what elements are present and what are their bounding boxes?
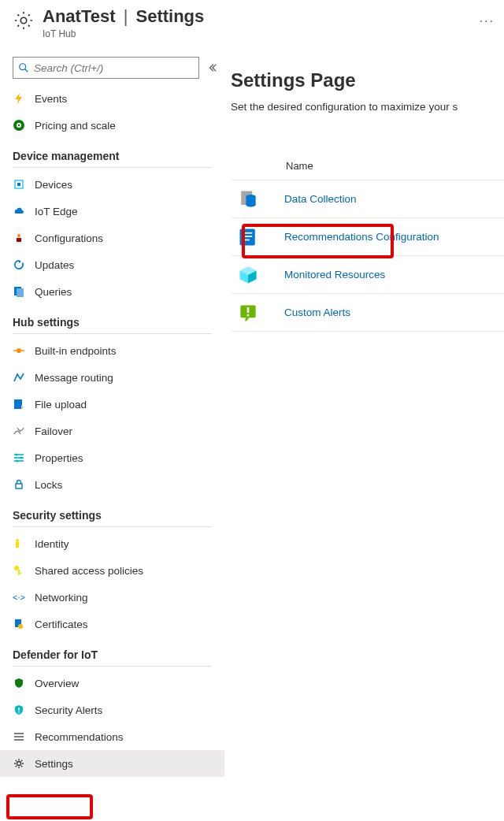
sidebar-item-certificates[interactable]: Certificates	[0, 611, 224, 637]
config-icon	[13, 232, 25, 244]
data-collection-icon	[237, 188, 259, 210]
svg-rect-11	[17, 288, 24, 297]
svg-rect-51	[247, 307, 250, 313]
sidebar-item-message-routing[interactable]: Message routing	[0, 364, 224, 391]
main-title: Settings Page	[231, 69, 504, 91]
svg-point-20	[15, 453, 17, 455]
svg-rect-9	[17, 238, 21, 242]
divider	[13, 167, 212, 168]
monitored-icon	[237, 264, 259, 286]
sidebar-item-label: Message routing	[35, 372, 212, 384]
sidebar-item-failover[interactable]: Failover	[0, 418, 224, 444]
collapse-sidebar-button[interactable]	[207, 62, 218, 73]
sidebar-item-file-upload[interactable]: File upload	[0, 391, 224, 418]
sidebar-item-security-alerts[interactable]: Security Alerts	[0, 697, 224, 723]
bolt-icon	[13, 92, 25, 105]
sidebar-item-label: Settings	[35, 758, 212, 770]
shield-icon	[13, 677, 25, 689]
recs-config-icon	[237, 226, 259, 248]
svg-point-1	[20, 64, 26, 70]
sidebar-item-label: Locks	[35, 479, 212, 491]
sidebar-item-configurations[interactable]: Configurations	[0, 225, 224, 251]
identity-icon	[13, 537, 25, 550]
settings-row-label: Custom Alerts	[284, 306, 350, 318]
sidebar-item-label: Identity	[35, 538, 212, 550]
gear-icon	[13, 757, 25, 770]
sidebar-item-queries[interactable]: Queries	[0, 278, 224, 305]
sidebar-item-recommendations[interactable]: Recommendations	[0, 723, 224, 750]
sidebar-item-devices[interactable]: Devices	[0, 171, 224, 198]
svg-point-12	[17, 348, 21, 353]
queries-icon	[13, 285, 25, 298]
sidebar-item-identity[interactable]: Identity	[0, 530, 224, 557]
divider	[13, 333, 212, 334]
settings-row-label: Data Collection	[284, 193, 357, 205]
svg-rect-25	[16, 542, 19, 548]
failover-icon	[13, 425, 25, 437]
svg-rect-23	[16, 484, 22, 489]
search-input[interactable]	[34, 62, 194, 74]
sidebar-item-label: File upload	[35, 399, 212, 410]
svg-rect-52	[247, 314, 250, 316]
settings-row-data-collection[interactable]: Data Collection	[231, 180, 504, 218]
sidebar-section-security-settings: Security settings	[0, 498, 224, 526]
sidebar-item-label: Overview	[35, 678, 212, 689]
upload-icon	[13, 398, 25, 410]
sidebar-section-device-management: Device management	[0, 139, 224, 167]
sidebar-item-updates[interactable]: Updates	[0, 251, 224, 278]
sidebar-item-settings[interactable]: Settings	[0, 750, 224, 777]
routing-icon	[13, 371, 25, 384]
svg-point-22	[16, 459, 18, 462]
sidebar-item-pricing-and-scale[interactable]: Pricing and scale	[0, 112, 224, 139]
properties-icon	[13, 451, 25, 464]
cert-icon	[13, 618, 25, 630]
sidebar-item-label: Built-in endpoints	[35, 345, 212, 357]
svg-line-2	[25, 69, 28, 72]
sidebar-item-locks[interactable]: Locks	[0, 471, 224, 498]
settings-row-monitored-resources[interactable]: Monitored Resources	[231, 256, 504, 294]
sidebar-item-label: Failover	[35, 425, 212, 437]
header-titles: AnatTest | Settings IoT Hub	[43, 6, 464, 39]
sidebar-item-label: Properties	[35, 452, 212, 464]
sidebar-section-hub-settings: Hub settings	[0, 305, 224, 333]
settings-row-recommendations-configuration[interactable]: Recommendations Configuration	[231, 218, 504, 256]
sidebar-item-shared-access-policies[interactable]: Shared access policies	[0, 557, 224, 584]
search-row	[0, 47, 224, 85]
page-name: Settings	[135, 6, 204, 26]
svg-point-24	[16, 539, 19, 542]
sidebar-item-networking[interactable]: <·>Networking	[0, 584, 224, 611]
settings-row-label: Monitored Resources	[284, 269, 385, 280]
resource-name: AnatTest	[43, 6, 116, 26]
sidebar-item-label: Pricing and scale	[35, 120, 212, 132]
sidebar-item-label: Queries	[35, 286, 212, 298]
page-title: AnatTest | Settings	[43, 6, 464, 27]
settings-row-label: Recommendations Configuration	[284, 231, 439, 243]
sidebar-item-overview[interactable]: Overview	[0, 670, 224, 697]
svg-rect-7	[17, 183, 20, 186]
sidebar-item-iot-edge[interactable]: IoT Edge	[0, 198, 224, 225]
page-header: AnatTest | Settings IoT Hub ···	[0, 0, 504, 41]
svg-rect-33	[18, 711, 20, 713]
divider	[13, 526, 212, 527]
svg-point-31	[18, 624, 23, 629]
more-menu-button[interactable]: ···	[480, 14, 495, 28]
sidebar-item-built-in-endpoints[interactable]: Built-in endpoints	[0, 337, 224, 364]
chip-icon	[13, 178, 25, 191]
sidebar-scroll[interactable]: EventsPricing and scaleDevice management…	[0, 85, 224, 821]
svg-marker-16	[21, 405, 24, 410]
search-box[interactable]	[13, 57, 199, 79]
main-content: Settings Page Set the desired configurat…	[224, 47, 504, 821]
network-icon: <·>	[13, 591, 25, 604]
sidebar-item-label: Events	[35, 93, 212, 105]
alert-shield-icon	[13, 704, 25, 716]
custom-alerts-icon	[237, 302, 259, 324]
title-separator: |	[124, 6, 128, 26]
svg-rect-27	[18, 570, 20, 575]
svg-rect-44	[243, 236, 252, 237]
sidebar-item-events[interactable]: Events	[0, 85, 224, 112]
sidebar-item-label: Shared access policies	[35, 565, 212, 577]
settings-row-custom-alerts[interactable]: Custom Alerts	[231, 294, 504, 332]
sidebar-item-properties[interactable]: Properties	[0, 444, 224, 471]
endpoint-icon	[13, 344, 25, 357]
key-icon	[13, 564, 25, 577]
